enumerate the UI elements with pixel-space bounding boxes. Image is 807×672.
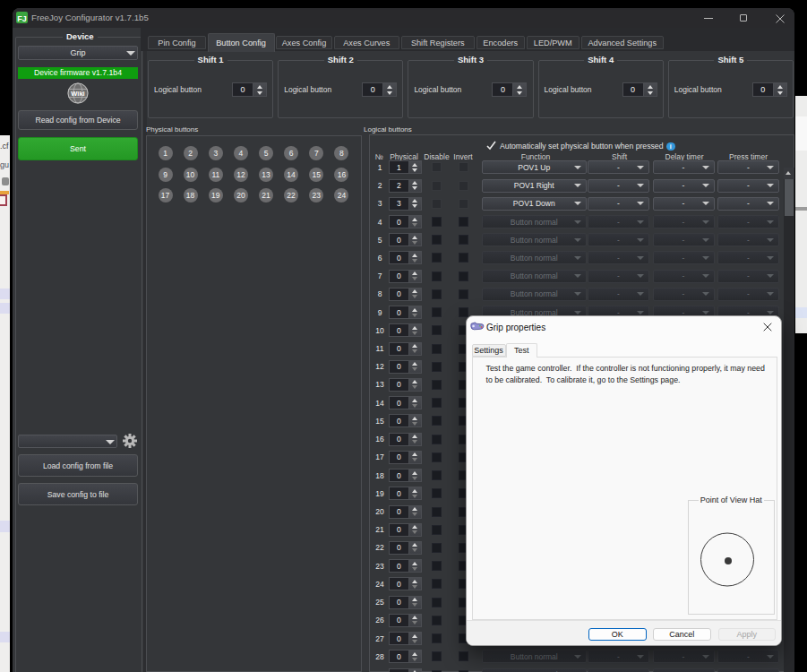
svg-text:FJ: FJ <box>17 14 27 23</box>
svg-text:Wiki: Wiki <box>71 90 84 98</box>
